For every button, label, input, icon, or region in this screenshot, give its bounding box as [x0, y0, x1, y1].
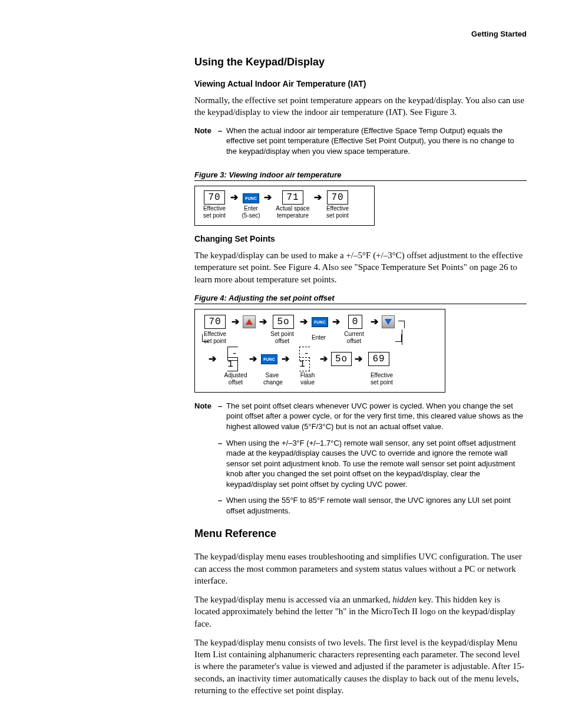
fig4-r2-l2b: change — [263, 379, 281, 386]
fig4-r2-l1a: Adjusted — [223, 372, 249, 379]
note-label: Note — [194, 126, 218, 136]
fig3-label-2b: (5-sec) — [242, 212, 260, 219]
fig3-display-1: 70 — [204, 190, 224, 205]
fig4-r2-l3a: Flash — [296, 372, 319, 379]
para-menu-1: The keypad/display menu eases troublesho… — [194, 551, 527, 587]
triangle-down-icon — [385, 319, 392, 325]
note-2: Note – The set point offset clears whene… — [194, 401, 527, 522]
arrow-icon: ➔ — [259, 317, 267, 327]
fig4-r2-l4a: Effective — [369, 372, 395, 379]
figure-3-caption: Figure 3: Viewing indoor air temperature — [194, 170, 527, 181]
fig4-display-so2: 5o — [331, 352, 352, 366]
figure-4-caption: Figure 4: Adjusting the set point offset — [194, 294, 527, 304]
arrow-icon: ➔ — [249, 354, 257, 364]
fig4-display-current: 0 — [348, 315, 363, 329]
dash-bullet: – — [218, 401, 226, 411]
fig3-label-1b: set point — [202, 212, 227, 219]
fig3-display-3: 70 — [327, 190, 348, 205]
fig3-label-2a: Enter — [242, 205, 260, 212]
figure-3: 70 ➔ FUNC ➔ 71 ➔ 70 Effective set point … — [194, 186, 375, 226]
main-content: Using the Keypad/Display Viewing Actual … — [194, 56, 527, 696]
arrow-icon: ➔ — [232, 317, 239, 327]
fig4-r2-l1b: offset — [223, 379, 249, 386]
down-button — [382, 315, 395, 328]
note-2-2: When using the +/–3°F (+/–1.7°C) remote … — [226, 438, 527, 490]
func-button: FUNC — [312, 317, 328, 327]
heading-menu-reference: Menu Reference — [194, 528, 527, 540]
arrow-icon: ➔ — [264, 193, 272, 202]
note-1-text: When the actual indoor air temperature (… — [226, 126, 527, 157]
arrow-icon: ➔ — [314, 193, 322, 202]
heading-iat: Viewing Actual Indoor Air Temperature (I… — [194, 79, 527, 88]
arrow-icon: ➔ — [282, 354, 289, 364]
fig4-display-1: 70 — [204, 315, 225, 329]
fig4-r1-l2a: Set point — [269, 331, 295, 338]
dash-bullet: – — [218, 438, 226, 449]
fig3-label-4b: set point — [325, 212, 350, 219]
note-1: Note – When the actual indoor air temper… — [194, 126, 527, 163]
note-2-3: When using the 55°F to 85°F remote wall … — [226, 495, 527, 516]
dash-bullet: – — [218, 495, 226, 506]
arrow-icon: ➔ — [230, 193, 238, 202]
fig3-display-2: 71 — [282, 190, 303, 205]
heading-changing-set-points: Changing Set Points — [194, 234, 527, 243]
fig3-label-4a: Effective — [325, 205, 350, 212]
hidden-key-word: hidden — [392, 595, 416, 604]
fig4-r1-l4a: Current — [342, 331, 366, 338]
page-header-section: Getting Started — [35, 29, 527, 38]
fig3-label-3a: Actual space — [275, 205, 310, 212]
func-button: FUNC — [261, 354, 277, 364]
figure-4: 70 ➔ ➔ 5o ➔ FUNC ➔ 0 ➔ Effective set poi… — [194, 309, 445, 393]
fig4-r1-l3a: Enter — [310, 334, 328, 341]
triangle-up-icon — [246, 319, 253, 325]
heading-keypad: Using the Keypad/Display — [194, 56, 527, 68]
arrow-icon: ➔ — [332, 317, 340, 327]
fig4-display-adj: - 1 — [227, 347, 238, 371]
arrow-icon: ➔ — [371, 317, 378, 327]
arrow-icon: ➔ — [300, 317, 308, 327]
fig4-r1-l2b: offset — [269, 338, 295, 345]
para-changing-set-points: The keypad/display can be used to make a… — [194, 249, 527, 285]
fig4-r2-l3b: value — [296, 379, 319, 386]
note-2-1: The set point offset clears whenever UVC… — [226, 401, 527, 432]
arrow-icon: ➔ — [355, 354, 362, 364]
para-menu-3: The keypad/display menu consists of two … — [194, 637, 527, 696]
fig4-r1-l4b: offset — [342, 338, 366, 345]
para-iat: Normally, the effective set point temper… — [194, 94, 527, 118]
dash-bullet: – — [218, 126, 226, 136]
arrow-icon: ➔ — [320, 354, 328, 364]
fig4-r2-l2a: Save — [263, 372, 281, 379]
func-button: FUNC — [243, 193, 259, 203]
fig4-r2-l4b: set point — [369, 379, 395, 386]
note-label: Note — [194, 401, 218, 411]
fig3-label-3b: temperature — [275, 212, 310, 219]
fig3-label-1a: Effective — [202, 205, 227, 212]
fig4-display-so1: 5o — [273, 315, 293, 329]
arrow-icon: ➔ — [209, 354, 216, 364]
up-button — [243, 315, 256, 328]
fig4-display-eff: 69 — [368, 352, 389, 366]
fig4-display-flash: - 1 — [299, 347, 310, 371]
para-menu-2: The keypad/display menu is accessed via … — [194, 594, 527, 630]
